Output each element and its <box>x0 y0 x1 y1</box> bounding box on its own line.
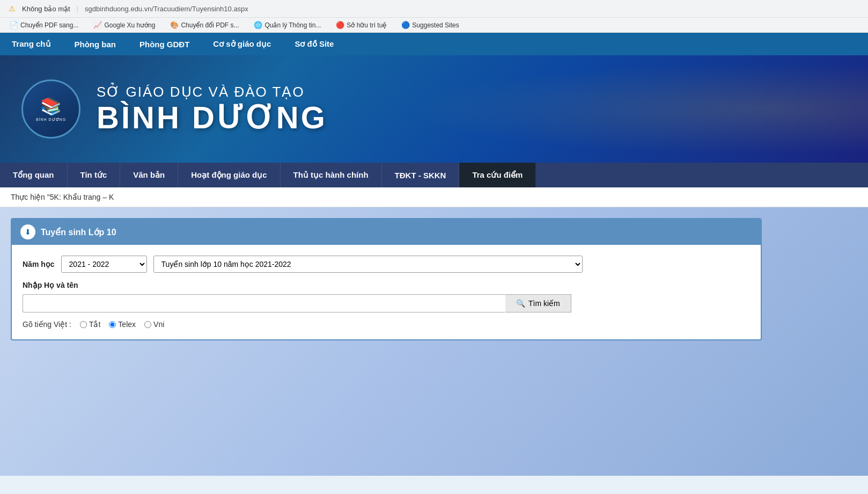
ticker-bar: Thực hiện "5K: Khẩu trang – K <box>0 187 868 207</box>
nav-co-so[interactable]: Cơ sở giáo dục <box>201 33 283 55</box>
radio-tat[interactable] <box>80 321 87 328</box>
radio-tat-label: Tắt <box>89 320 100 329</box>
radio-vni[interactable] <box>144 321 151 328</box>
banner-line1: SỞ GIÁO DỤC VÀ ĐÀO TẠO <box>97 84 327 100</box>
radio-telex-label: Telex <box>118 320 136 329</box>
security-warning-icon: ⚠ <box>9 4 16 13</box>
form-card: ⬇ Tuyển sinh Lớp 10 Năm học 2021 - 20222… <box>11 218 762 340</box>
bookmark-bookmark-quan-ly[interactable]: 🌐Quản lý Thông tin... <box>251 20 324 30</box>
nav2-hoat-dong[interactable]: Hoạt động giáo dục <box>178 163 280 187</box>
search-row: 🔍 Tìm kiếm <box>23 294 750 313</box>
nav2-van-ban[interactable]: Văn bản <box>120 163 178 187</box>
nav2-thu-tuc[interactable]: Thủ tục hành chính <box>281 163 382 187</box>
nav-trang-chu[interactable]: Trang chủ <box>0 33 63 55</box>
ticker-text: Thực hiện "5K: Khẩu trang – K <box>11 193 114 201</box>
security-warning-text: Không bảo mật <box>22 5 70 13</box>
bookmark-bookmark-suggested[interactable]: 🔵Suggested Sites <box>398 20 462 30</box>
form-card-header: ⬇ Tuyển sinh Lớp 10 <box>12 219 761 245</box>
go-tieng-viet-row: Gõ tiếng Việt : Tắt Telex Vni <box>23 320 750 329</box>
secondary-nav: Tổng quanTin tứcVăn bảnHoạt động giáo dụ… <box>0 163 868 187</box>
banner-logo: 📚 BÌNH DƯƠNG <box>21 79 80 139</box>
go-tieng-viet-label: Gõ tiếng Việt : <box>23 320 71 329</box>
search-icon: 🔍 <box>516 299 525 308</box>
radio-telex-item[interactable]: Telex <box>109 320 136 329</box>
browser-bar: ⚠ Không bảo mật | sgdbinhduong.edu.vn/Tr… <box>0 0 868 18</box>
nav2-tin-tuc[interactable]: Tin tức <box>68 163 121 187</box>
search-input-wrap <box>23 294 505 313</box>
form-card-body: Năm học 2021 - 20222020 - 20212019 - 202… <box>12 245 761 339</box>
radio-tat-item[interactable]: Tắt <box>80 320 100 329</box>
banner-title: SỞ GIÁO DỤC VÀ ĐÀO TẠO BÌNH DƯƠNG <box>97 84 327 135</box>
search-button-label: Tìm kiếm <box>528 299 560 308</box>
url-bar: sgdbinhduong.edu.vn/Tracuudiem/Tuyensinh… <box>85 5 248 13</box>
bookmark-bookmark-google-trends[interactable]: 📈Google Xu hướng <box>90 20 158 30</box>
nav-phong-gddt[interactable]: Phòng GDĐT <box>128 33 201 55</box>
main-content: ⬇ Tuyển sinh Lớp 10 Năm học 2021 - 20222… <box>0 207 868 476</box>
logo-icon: 📚 <box>36 96 66 117</box>
search-button[interactable]: 🔍 Tìm kiếm <box>505 294 571 313</box>
name-label: Nhập Họ và tên <box>23 281 78 289</box>
form-card-icon: ⬇ <box>20 224 35 239</box>
name-search-input[interactable] <box>23 294 505 313</box>
banner-line2: BÌNH DƯƠNG <box>97 100 327 135</box>
radio-telex[interactable] <box>109 321 116 328</box>
nav2-tdkt[interactable]: TĐKT - SKKN <box>382 163 460 187</box>
exam-select[interactable]: Tuyển sinh lớp 10 năm học 2021-2022 <box>153 256 583 273</box>
top-nav: Trang chủPhòng banPhòng GDĐTCơ sở giáo d… <box>0 33 868 55</box>
bookmark-bookmark-pdf-convert[interactable]: 📄Chuyển PDF sang... <box>6 20 82 30</box>
banner: 📚 BÌNH DƯƠNG SỞ GIÁO DỤC VÀ ĐÀO TẠO BÌNH… <box>0 55 868 163</box>
bookmarks-bar: 📄Chuyển PDF sang...📈Google Xu hướng🎨Chuy… <box>0 18 868 33</box>
radio-vni-item[interactable]: Vni <box>144 320 164 329</box>
nav2-tong-quan[interactable]: Tổng quan <box>0 163 68 187</box>
nam-hoc-label: Năm học <box>23 260 55 268</box>
nav-phong-ban[interactable]: Phòng ban <box>63 33 128 55</box>
nav-so-do[interactable]: Sơ đồ Site <box>283 33 345 55</box>
year-exam-row: Năm học 2021 - 20222020 - 20212019 - 202… <box>23 256 750 273</box>
nav2-tra-cuu[interactable]: Tra cứu điểm <box>459 163 536 187</box>
radio-vni-label: Vni <box>153 320 164 329</box>
form-card-title: Tuyển sinh Lớp 10 <box>41 227 116 237</box>
year-select[interactable]: 2021 - 20222020 - 20212019 - 2020 <box>61 256 147 273</box>
logo-subtext: BÌNH DƯƠNG <box>36 118 66 122</box>
bookmark-bookmark-so-huu[interactable]: 🔴Sở hữu trí tuệ <box>333 20 389 30</box>
name-label-row: Nhập Họ và tên <box>23 280 750 290</box>
bookmark-bookmark-pdf-convert2[interactable]: 🎨Chuyển đổi PDF s... <box>167 20 242 30</box>
